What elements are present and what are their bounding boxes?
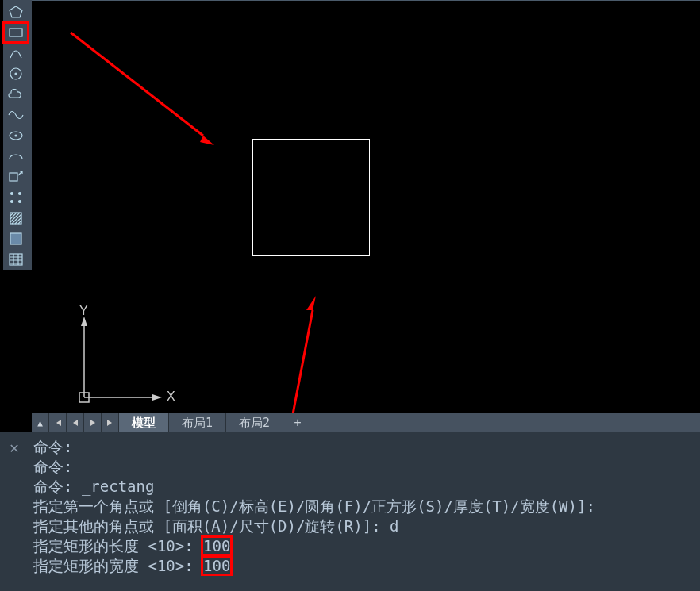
- tab-label: 布局2: [239, 416, 270, 431]
- command-close-icon[interactable]: ✕: [10, 440, 24, 455]
- svg-point-9: [11, 201, 13, 203]
- cloud-tool[interactable]: [3, 84, 29, 105]
- rectangle-icon: [9, 27, 23, 38]
- table-icon: [9, 253, 23, 266]
- tab-first-button[interactable]: [49, 413, 67, 432]
- circle-tool[interactable]: [3, 63, 29, 84]
- rectangle-tool[interactable]: [3, 22, 29, 43]
- spline-icon: [8, 109, 24, 121]
- command-line: 指定其他的角点或 [面积(A)/尺寸(D)/旋转(R)]: d: [33, 516, 692, 536]
- left-toolbar: [3, 0, 32, 270]
- svg-point-3: [15, 73, 17, 75]
- gradient-tool[interactable]: [3, 228, 29, 249]
- ucs-x-label: X: [167, 390, 175, 404]
- command-lines: 命令:命令:命令: _rectang指定第一个角点或 [倒角(C)/标高(E)/…: [33, 437, 692, 576]
- command-line: 指定矩形的长度 <10>: 100: [33, 536, 692, 556]
- svg-point-5: [15, 135, 17, 136]
- ellipse-icon: [8, 130, 24, 141]
- ellipse-arc-tool[interactable]: [3, 146, 29, 167]
- spline-tool[interactable]: [3, 105, 29, 125]
- svg-marker-0: [10, 6, 22, 17]
- svg-marker-21: [200, 136, 214, 145]
- svg-line-20: [71, 33, 203, 136]
- polygon-tool[interactable]: [3, 2, 29, 22]
- svg-point-10: [19, 201, 21, 203]
- ucs-y-label: Y: [79, 304, 88, 318]
- highlighted-value: 100: [202, 557, 231, 574]
- tab-model[interactable]: 模型: [119, 413, 169, 432]
- command-line: 命令:: [33, 437, 692, 457]
- tab-last-button[interactable]: [102, 413, 119, 432]
- block-insert-icon: [9, 171, 23, 183]
- plus-icon: +: [294, 416, 302, 430]
- svg-marker-16: [152, 394, 162, 401]
- command-line: 命令:: [33, 457, 692, 477]
- ellipse-arc-icon: [8, 151, 24, 162]
- arc-icon: [9, 47, 23, 59]
- table-tool[interactable]: [3, 249, 29, 270]
- command-line: 指定矩形的宽度 <10>: 100: [33, 556, 692, 576]
- tab-label: 布局1: [182, 416, 213, 431]
- svg-rect-19: [79, 393, 89, 402]
- tab-label: 模型: [132, 416, 156, 431]
- svg-point-8: [19, 193, 21, 195]
- tab-prev-button[interactable]: [67, 413, 84, 432]
- svg-rect-6: [10, 173, 17, 181]
- drawn-rectangle[interactable]: [252, 139, 370, 256]
- command-line: 指定第一个角点或 [倒角(C)/标高(E)/圆角(F)/正方形(S)/厚度(T)…: [33, 497, 692, 516]
- svg-point-7: [11, 193, 13, 195]
- arc-tool[interactable]: [3, 43, 29, 63]
- svg-rect-12: [10, 233, 21, 244]
- tab-overflow-button[interactable]: ▲: [32, 413, 49, 432]
- command-window[interactable]: ✕ 命令:命令:命令: _rectang指定第一个角点或 [倒角(C)/标高(E…: [0, 432, 700, 591]
- ucs-icon: X Y: [73, 310, 176, 405]
- tabs-bar: ▲ 模型 布局1 布局2 +: [32, 413, 700, 432]
- drawing-area[interactable]: X Y: [32, 0, 700, 413]
- tab-layout1[interactable]: 布局1: [169, 413, 226, 432]
- svg-rect-1: [10, 29, 22, 36]
- circle-icon: [9, 67, 23, 81]
- svg-marker-18: [81, 317, 87, 326]
- gradient-icon: [10, 232, 22, 245]
- point-icon: [9, 190, 23, 205]
- svg-marker-23: [306, 296, 316, 310]
- tab-layout2[interactable]: 布局2: [226, 413, 283, 432]
- cloud-icon: [8, 89, 24, 100]
- hatch-icon: [10, 212, 22, 225]
- hatch-tool[interactable]: [3, 208, 29, 228]
- block-insert-tool[interactable]: [3, 167, 29, 187]
- tab-add-button[interactable]: +: [283, 413, 312, 432]
- command-line: 命令: _rectang: [33, 477, 692, 497]
- highlighted-value: 100: [202, 537, 231, 555]
- point-tool[interactable]: [3, 187, 29, 208]
- polygon-icon: [9, 6, 23, 18]
- ellipse-tool[interactable]: [3, 125, 29, 146]
- tab-next-button[interactable]: [84, 413, 102, 432]
